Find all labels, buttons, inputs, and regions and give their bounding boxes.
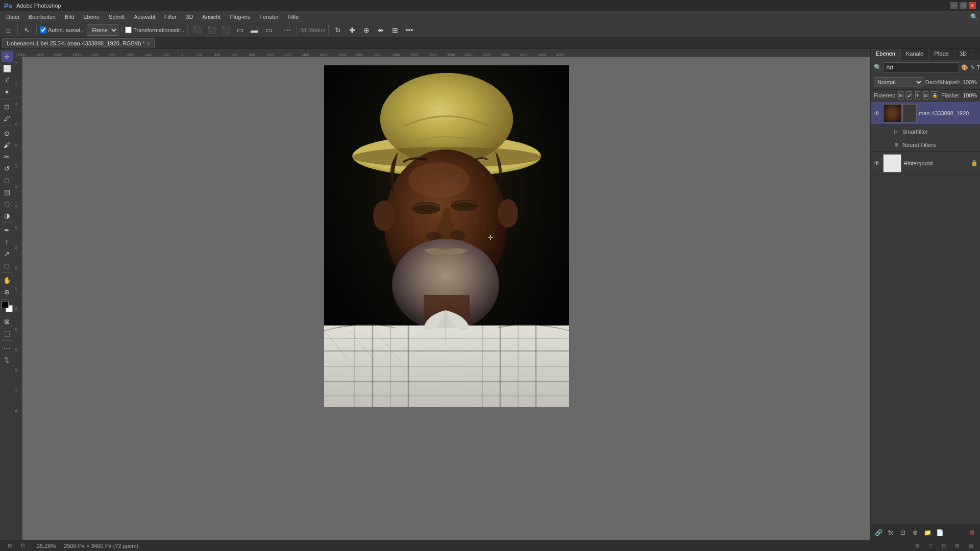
align-center-v-btn[interactable]: ⬛ bbox=[205, 24, 217, 36]
text-tool[interactable]: T bbox=[2, 236, 13, 247]
path-select-tool[interactable]: ↗ bbox=[2, 248, 13, 259]
tab-3d[interactable]: 3D bbox=[954, 49, 972, 60]
eyedropper-tool[interactable]: 🖊 bbox=[2, 113, 13, 124]
maximize-button[interactable]: □ bbox=[960, 2, 967, 9]
align-bottom-btn[interactable]: ▭ bbox=[262, 24, 275, 36]
canvas-area[interactable]: ✛ bbox=[22, 57, 870, 540]
extra-tool-2[interactable]: ⇅ bbox=[2, 354, 13, 365]
slide-btn[interactable]: ⬌ bbox=[375, 24, 387, 36]
align-top-btn[interactable]: ▭ bbox=[234, 24, 246, 36]
menu-plugins[interactable]: Plug-ins bbox=[226, 13, 254, 21]
filter-text-btn[interactable]: T bbox=[977, 63, 980, 72]
menu-bild[interactable]: Bild bbox=[61, 13, 78, 21]
add-style-btn[interactable]: fx bbox=[885, 527, 896, 538]
menu-fenster[interactable]: Fenster bbox=[255, 13, 282, 21]
align-left-btn[interactable]: ⬛ bbox=[191, 24, 203, 36]
extra-tools-btn[interactable]: ••• bbox=[403, 24, 415, 36]
search-area[interactable]: 🔍 bbox=[970, 13, 978, 20]
zoom-tool[interactable]: ⊕ bbox=[2, 286, 13, 297]
close-button[interactable]: ✕ bbox=[969, 2, 976, 9]
pen-tool[interactable]: ✒ bbox=[2, 224, 13, 236]
minimize-button[interactable]: — bbox=[950, 2, 958, 9]
document-tab[interactable]: Unbenannt-1 bei 25,3% (man-4333898_1920,… bbox=[2, 38, 155, 48]
dodge-tool[interactable]: ◑ bbox=[2, 210, 13, 221]
layer-select[interactable]: Ebene bbox=[87, 24, 118, 36]
rectangle-select-tool[interactable]: ⬜ bbox=[2, 63, 13, 74]
auto-select-checkbox[interactable] bbox=[40, 27, 46, 33]
menu-datei[interactable]: Datei bbox=[2, 13, 23, 21]
tool-sep-4 bbox=[2, 272, 12, 273]
add-adjustment-btn[interactable]: ⊕ bbox=[910, 527, 921, 538]
scale-btn[interactable]: ⊞ bbox=[389, 24, 401, 36]
menu-auswahl[interactable]: Auswahl bbox=[130, 13, 159, 21]
transform-checkbox[interactable] bbox=[125, 27, 132, 33]
magic-wand-tool[interactable]: ✦ bbox=[2, 86, 13, 97]
layer-search-input[interactable] bbox=[884, 62, 959, 72]
filter-adj-btn[interactable]: ✎ bbox=[970, 63, 975, 72]
gradient-tool[interactable]: ▤ bbox=[2, 186, 13, 197]
layer-visibility-bg[interactable]: 👁 bbox=[873, 159, 881, 167]
new-layer-btn[interactable]: 📄 bbox=[934, 527, 945, 538]
add-group-btn[interactable]: 📁 bbox=[922, 527, 933, 538]
menu-schrift[interactable]: Schrift bbox=[105, 13, 129, 21]
color-swatches[interactable] bbox=[2, 301, 13, 312]
title-bar-controls[interactable]: — □ ✕ bbox=[950, 2, 976, 9]
rotate-3d-btn[interactable]: ↻ bbox=[332, 24, 344, 36]
layer-sub-expand[interactable]: ▷ Smartfilter bbox=[871, 125, 980, 138]
align-right-btn[interactable]: ⬛ bbox=[219, 24, 232, 36]
layer-visibility-man[interactable]: 👁 bbox=[873, 109, 881, 117]
lock-position-btn[interactable]: ✛ bbox=[915, 91, 920, 99]
quick-mask-tool[interactable]: ⊠ bbox=[2, 316, 13, 327]
menu-ansicht[interactable]: Ansicht bbox=[198, 13, 225, 21]
neural-label: Neural Filters bbox=[902, 142, 936, 148]
delete-layer-btn[interactable]: 🗑 bbox=[967, 527, 978, 538]
add-mask-btn[interactable]: ⊡ bbox=[897, 527, 909, 538]
link-layers-btn[interactable]: 🔗 bbox=[873, 527, 884, 538]
menu-ebene[interactable]: Ebene bbox=[79, 13, 104, 21]
brush-tool[interactable]: 🖌 bbox=[2, 139, 13, 151]
extra-tool-1[interactable]: ⋯ bbox=[2, 342, 13, 354]
history-brush-tool[interactable]: ↺ bbox=[2, 163, 13, 174]
status-right-5[interactable]: ▤ bbox=[965, 540, 976, 552]
eraser-tool[interactable]: ◻ bbox=[2, 174, 13, 186]
distribute-btn[interactable]: ⋯ bbox=[281, 24, 293, 36]
home-button[interactable]: ⌂ bbox=[2, 24, 14, 36]
status-right-4[interactable]: ⊞ bbox=[951, 540, 963, 552]
menu-filter[interactable]: Filter bbox=[160, 13, 181, 21]
align-center-h-btn[interactable]: ▬ bbox=[248, 24, 260, 36]
spot-heal-tool[interactable]: ⊙ bbox=[2, 128, 13, 139]
shape-tool[interactable]: ◻ bbox=[2, 260, 13, 271]
lock-transparent-btn[interactable]: ⊞ bbox=[898, 91, 903, 99]
tab-kanale[interactable]: Kanäle bbox=[901, 49, 929, 60]
status-icon-1[interactable]: ⊞ bbox=[4, 540, 15, 552]
tab-ebenen[interactable]: Ebenen bbox=[871, 49, 901, 60]
opacity-label: Deckfähigkeit: bbox=[925, 79, 961, 85]
status-right-2[interactable]: □ bbox=[925, 540, 936, 552]
screen-mode-tool[interactable]: ⬚ bbox=[2, 328, 13, 339]
menu-hilfe[interactable]: Hilfe bbox=[283, 13, 303, 21]
move-tool-arrow[interactable]: ↖ bbox=[21, 24, 33, 36]
lock-all-btn[interactable]: 🔒 bbox=[932, 91, 938, 99]
hand-tool[interactable]: ✋ bbox=[2, 274, 13, 286]
doc-tab-close[interactable]: × bbox=[147, 41, 150, 46]
blur-tool[interactable]: ◌ bbox=[2, 198, 13, 209]
crop-tool[interactable]: ⊡ bbox=[2, 101, 13, 112]
zoom-3d-btn[interactable]: ⊕ bbox=[360, 24, 373, 36]
clone-tool[interactable]: ✂ bbox=[2, 151, 13, 162]
layer-item-man[interactable]: 👁 man-4333898_1920 bbox=[871, 102, 980, 125]
menu-3d[interactable]: 3D bbox=[182, 13, 197, 21]
layer-item-hintergrund[interactable]: 👁 Hintergrund 🔒 bbox=[871, 152, 980, 175]
menu-bearbeiten[interactable]: Bearbeiten bbox=[24, 13, 60, 21]
filter-kind-btn[interactable]: 🎨 bbox=[961, 63, 968, 72]
tab-pfade[interactable]: Pfade bbox=[929, 49, 954, 60]
lock-artboard-btn[interactable]: ⊠ bbox=[923, 91, 928, 99]
status-icon-2[interactable]: fx bbox=[17, 540, 29, 552]
move-tool[interactable]: ✛ bbox=[2, 51, 13, 62]
pan-3d-btn[interactable]: ✚ bbox=[346, 24, 358, 36]
status-right-3[interactable]: ⊡ bbox=[938, 540, 949, 552]
blend-mode-select[interactable]: Normal bbox=[874, 77, 923, 87]
layer-sub-neural[interactable]: ⚙ Neural Filters bbox=[871, 138, 980, 152]
lock-image-btn[interactable]: 🖌 bbox=[906, 91, 912, 99]
lasso-tool[interactable]: 𝓛 bbox=[2, 74, 13, 86]
status-right-1[interactable]: ⊠ bbox=[912, 540, 923, 552]
